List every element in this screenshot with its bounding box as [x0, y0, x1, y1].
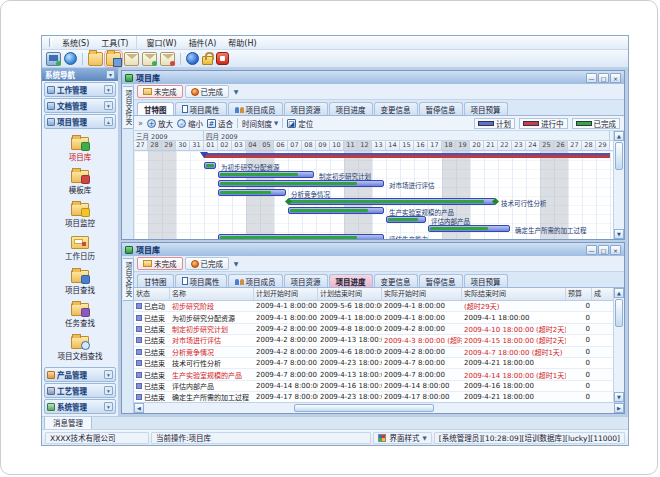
table-row[interactable]: 已结束确定生产所需的加工过程2009-4-17 8:00:002009-4-23…	[134, 392, 613, 402]
tab-project-attrs[interactable]: 项目属性	[175, 274, 227, 287]
side-tab-project-folder[interactable]: 项目文件夹	[123, 86, 134, 129]
tab-project-budget[interactable]: 项目预算	[464, 102, 508, 115]
stop-icon[interactable]	[216, 52, 229, 65]
menu-tools[interactable]: 工具(T)	[95, 36, 137, 49]
menu-window[interactable]: 窗口(W)	[140, 36, 182, 49]
chevron-down-icon[interactable]: ▼	[231, 86, 241, 97]
close-button[interactable]: ×	[610, 73, 621, 83]
tab-project-progress[interactable]: 项目进度	[329, 274, 373, 287]
sidebar-section-product[interactable]: 产品管理▾	[44, 367, 116, 382]
view-tab-unfinished[interactable]: 未完成	[137, 257, 183, 270]
vscroll-track[interactable]	[614, 171, 624, 229]
column-header-1[interactable]: 名称	[170, 288, 254, 300]
maximize-button[interactable]: □	[598, 245, 609, 255]
gantt-task-bar[interactable]	[428, 225, 510, 232]
table-hscrollbar[interactable]: ◀ ▶	[134, 402, 624, 413]
gantt-task-bar[interactable]	[218, 180, 384, 187]
tab-gantt-chart[interactable]: 甘特图	[137, 274, 174, 287]
sidebar-section-craft[interactable]: 工艺管理▾	[44, 383, 116, 398]
monitor-icon[interactable]	[46, 52, 61, 66]
tab-project-resources[interactable]: 项目资源	[284, 102, 328, 115]
sidebar-section-project[interactable]: 项目管理▴	[44, 114, 116, 129]
gantt-task-bar[interactable]	[288, 207, 384, 214]
lock-icon[interactable]	[202, 56, 213, 65]
chevron-down-icon[interactable]: ▼	[231, 258, 241, 269]
chevron-down-icon[interactable]: ▾	[104, 370, 113, 379]
gantt-task-bar[interactable]	[204, 162, 216, 169]
hscroll-track[interactable]	[144, 403, 614, 413]
zoom-in-button[interactable]: +放大	[147, 118, 173, 129]
minimize-button[interactable]: —	[586, 73, 597, 83]
tab-gantt-chart[interactable]: 甘特图	[137, 102, 174, 115]
sidebar-item-project-monitor[interactable]: 项目监控	[42, 200, 118, 228]
sidebar-section-work[interactable]: 工作管理▾	[44, 82, 116, 97]
tab-change-info[interactable]: 变更信息	[374, 274, 418, 287]
tab-project-budget[interactable]: 项目预算	[464, 274, 508, 287]
tab-project-members[interactable]: 项目成员	[228, 102, 283, 115]
menu-help[interactable]: 帮助(H)	[222, 36, 262, 49]
sidebar-item-project-search[interactable]: 项目查找	[42, 267, 118, 295]
folder-icon[interactable]	[88, 52, 103, 66]
table-row[interactable]: 已结束技术可行性分析2009-4-7 8:00:002009-4-23 18:0…	[134, 358, 613, 369]
sidebar-section-systemmgmt[interactable]: 系统管理▾	[44, 399, 116, 414]
menu-plugins[interactable]: 插件(A)	[183, 36, 223, 49]
gantt-vscrollbar[interactable]: ▲▼	[613, 131, 624, 239]
tab-project-members[interactable]: 项目成员	[228, 274, 283, 287]
zoom-out-button[interactable]: -缩小	[177, 118, 203, 129]
column-header-3[interactable]: 计划结束时间	[318, 288, 382, 300]
timescale-button[interactable]: 时间刻度▼	[242, 118, 278, 129]
table-row[interactable]: 已结束生产实验室规模的产品2009-4-7 8:00:002009-4-13 1…	[134, 369, 613, 380]
locate-button[interactable]: ◪定位	[287, 118, 313, 129]
tab-change-info[interactable]: 变更信息	[374, 102, 418, 115]
scroll-down-icon[interactable]: ▼	[614, 229, 624, 239]
vscroll-thumb[interactable]	[615, 142, 623, 170]
table-row[interactable]: 已结束为初步研究分配资源2009-4-1 8:00:002009-4-1 18:…	[134, 312, 613, 323]
table-vscrollbar[interactable]: ▲▼	[613, 288, 624, 402]
close-button[interactable]: ×	[610, 245, 621, 255]
gantt-task-bar[interactable]	[288, 198, 496, 205]
gantt-task-bar[interactable]	[218, 171, 314, 178]
sidebar-item-project-doc-search[interactable]: 项目文档查找	[42, 333, 118, 361]
tab-project-attrs[interactable]: 项目属性	[175, 102, 227, 115]
minimize-button[interactable]: —	[586, 245, 597, 255]
folder-open-icon[interactable]	[106, 52, 121, 66]
chevron-down-icon[interactable]: ▾	[104, 386, 113, 395]
chevron-double-icon[interactable]: »	[138, 119, 143, 128]
table-row[interactable]: 已结束评估内部产品2009-4-14 8:00:002009-4-16 18:0…	[134, 381, 613, 392]
view-tab-unfinished[interactable]: 未完成	[137, 85, 183, 98]
style-dropdown[interactable]: 界面样式 ▼	[373, 432, 431, 444]
view-tab-finished[interactable]: 已完成	[185, 257, 230, 270]
table-row[interactable]: 已启动初步研究阶段2009-4-1 8:00:002009-5-6 18:00:…	[134, 301, 613, 312]
vscroll-track[interactable]	[614, 328, 624, 392]
vscroll-thumb[interactable]	[615, 299, 623, 327]
column-header-7[interactable]: 成	[592, 288, 613, 300]
fit-button[interactable]: #适合	[207, 118, 233, 129]
help-icon[interactable]	[186, 52, 199, 65]
scroll-up-icon[interactable]: ▲	[614, 288, 624, 298]
tab-pause-info[interactable]: 暂停信息	[419, 274, 463, 287]
column-header-4[interactable]: 实际开始时间	[382, 288, 462, 300]
column-header-6[interactable]: 预算	[566, 288, 592, 300]
scroll-left-icon[interactable]: ◀	[134, 403, 144, 413]
column-header-2[interactable]: 计划开始时间	[254, 288, 318, 300]
gantt-task-bar[interactable]	[218, 189, 286, 196]
sidebar-item-template-lib[interactable]: 模板库	[42, 167, 118, 195]
chevron-down-icon[interactable]: ▾	[104, 402, 113, 411]
tab-pause-info[interactable]: 暂停信息	[419, 102, 463, 115]
scroll-up-icon[interactable]: ▲	[614, 131, 624, 141]
sidebar-item-project-lib[interactable]: 项目库	[42, 134, 118, 162]
mail-check-icon[interactable]	[142, 52, 157, 66]
sidebar-item-task-search[interactable]: 任务查找	[42, 300, 118, 328]
gantt-summary-bar[interactable]	[204, 153, 610, 158]
chevron-down-icon[interactable]: ▾	[104, 101, 113, 110]
menu-system[interactable]: 系统(S)	[56, 36, 95, 49]
side-tab-project-folder[interactable]: 项目文件夹	[123, 258, 134, 301]
sidebar-section-docs[interactable]: 文档管理▾	[44, 98, 116, 113]
view-tab-finished[interactable]: 已完成	[185, 85, 230, 98]
hscroll-thumb[interactable]	[294, 404, 434, 412]
table-row[interactable]: 已结束对市场进行评估2009-4-2 8:00:002009-4-13 18:0…	[134, 335, 613, 346]
scroll-down-icon[interactable]: ▼	[614, 392, 624, 402]
tab-project-resources[interactable]: 项目资源	[284, 274, 328, 287]
table-row[interactable]: 已结束分析竞争情况2009-4-2 8:00:002009-4-6 18:00:…	[134, 347, 613, 358]
globe-icon[interactable]	[64, 52, 77, 65]
